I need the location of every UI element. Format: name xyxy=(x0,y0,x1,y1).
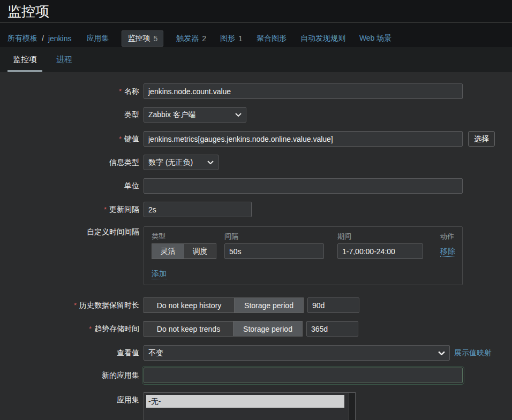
chevron-down-icon xyxy=(207,161,214,164)
name-input[interactable] xyxy=(144,83,463,99)
history-storage-period-button[interactable]: Storage period xyxy=(234,297,304,313)
custom-intervals-header-type: 类型 xyxy=(152,232,165,241)
applications-listbox[interactable]: -无- xyxy=(144,392,356,420)
tab-item[interactable]: 监控项 xyxy=(7,47,42,72)
page-title: 监控项 xyxy=(7,2,49,21)
info-type-select-value: 数字 (无正负) xyxy=(148,158,193,167)
type-select[interactable]: Zabbix 客户端 xyxy=(144,107,246,123)
chevron-down-icon xyxy=(438,351,445,355)
nav-triggers-count: 2 xyxy=(202,34,206,43)
nav-graphs[interactable]: 图形 1 xyxy=(220,34,243,43)
nav-graphs-label: 图形 xyxy=(220,34,235,43)
new-application-input[interactable] xyxy=(144,368,463,383)
custom-intervals-label: 自定义时间间隔 xyxy=(0,227,139,236)
custom-period-input[interactable] xyxy=(337,243,423,259)
custom-interval-input[interactable] xyxy=(224,243,324,259)
breadcrumb-nav-row: 所有模板 / jenkins 应用集 监控项 5 触发器 2 图形 1 聚合图形… xyxy=(7,29,391,47)
show-value-select-value: 不变 xyxy=(148,348,163,358)
show-value-select[interactable]: 不变 xyxy=(144,345,450,361)
custom-intervals-header-interval: 间隔 xyxy=(224,232,238,241)
nav-items-label: 监控项 xyxy=(127,34,150,43)
history-label: *历史数据保留时长 xyxy=(0,297,139,313)
required-asterisk: * xyxy=(119,87,122,95)
update-interval-label: *更新间隔 xyxy=(0,202,139,217)
breadcrumb: 所有模板 / jenkins xyxy=(7,34,71,43)
update-interval-input[interactable] xyxy=(144,202,252,217)
interval-type-toggle: 灵活 调度 xyxy=(152,243,216,259)
zabbix-item-config-page: 监控项 所有模板 / jenkins 应用集 监控项 5 触发器 2 图形 1 … xyxy=(0,0,512,420)
tab-preprocessing[interactable]: 进程 xyxy=(51,47,78,72)
history-off-button[interactable]: Do not keep history xyxy=(144,297,235,313)
trends-toggle: Do not keep trends Storage period xyxy=(144,321,303,337)
required-asterisk: * xyxy=(89,325,92,333)
new-application-label: 新的应用集 xyxy=(0,368,139,383)
history-period-input[interactable] xyxy=(307,297,359,313)
custom-intervals-header-action: 动作 xyxy=(440,232,454,241)
history-toggle: Do not keep history Storage period xyxy=(144,297,304,313)
nav-items-selected[interactable]: 监控项 5 xyxy=(122,30,163,47)
info-type-label: 信息类型 xyxy=(0,155,139,170)
interval-type-scheduling-button[interactable]: 调度 xyxy=(184,243,216,259)
remove-interval-link[interactable]: 移除 xyxy=(440,247,455,257)
info-type-select[interactable]: 数字 (无正负) xyxy=(144,155,219,170)
breadcrumb-template-jenkins[interactable]: jenkins xyxy=(48,34,72,43)
breadcrumb-separator: / xyxy=(42,34,44,43)
key-input[interactable] xyxy=(144,131,463,147)
nav-triggers-label: 触发器 xyxy=(176,34,199,43)
key-label: *键值 xyxy=(0,131,139,147)
trends-period-input[interactable] xyxy=(306,321,358,337)
name-label: *名称 xyxy=(0,83,139,99)
trends-storage-period-button[interactable]: Storage period xyxy=(233,321,303,337)
trends-off-button[interactable]: Do not keep trends xyxy=(144,321,234,337)
item-form: *名称 类型 Zabbix 客户端 *键值 选择 信息类型 数字 (无正负) 单… xyxy=(0,72,512,420)
title-divider xyxy=(0,22,512,23)
template-section-nav: 应用集 监控项 5 触发器 2 图形 1 聚合图形 自动发现规则 Web 场景 xyxy=(86,34,391,43)
show-value-mappings-link[interactable]: 展示值映射 xyxy=(454,345,492,361)
chevron-down-icon xyxy=(235,113,242,117)
type-select-value: Zabbix 客户端 xyxy=(148,110,195,120)
nav-applications[interactable]: 应用集 xyxy=(86,34,109,43)
applications-label: 应用集 xyxy=(0,392,139,408)
trends-label: *趋势存储时间 xyxy=(0,321,139,337)
units-label: 单位 xyxy=(0,178,139,194)
units-input[interactable] xyxy=(144,178,463,194)
nav-screens[interactable]: 聚合图形 xyxy=(257,34,287,43)
breadcrumb-all-templates[interactable]: 所有模板 xyxy=(7,34,37,43)
nav-discovery-rules[interactable]: 自动发现规则 xyxy=(300,34,345,43)
form-tabbar: 监控项 进程 xyxy=(0,47,512,72)
nav-web-scenarios[interactable]: Web 场景 xyxy=(359,34,391,43)
custom-intervals-fieldset: 类型 间隔 期间 动作 灵活 调度 移除 添加 xyxy=(144,226,463,285)
required-asterisk: * xyxy=(104,205,107,213)
listbox-scrollbar[interactable] xyxy=(348,393,355,420)
custom-intervals-header-period: 期间 xyxy=(337,232,351,241)
nav-graphs-count: 1 xyxy=(238,34,243,43)
key-select-button[interactable]: 选择 xyxy=(468,131,495,147)
required-asterisk: * xyxy=(119,135,122,143)
nav-items-count: 5 xyxy=(153,34,157,43)
required-asterisk: * xyxy=(74,301,77,309)
nav-triggers[interactable]: 触发器 2 xyxy=(176,34,206,43)
interval-type-flexible-button[interactable]: 灵活 xyxy=(152,243,184,259)
show-value-label: 查看值 xyxy=(0,345,139,361)
type-label: 类型 xyxy=(0,107,139,123)
applications-option-none[interactable]: -无- xyxy=(146,395,344,408)
add-interval-link[interactable]: 添加 xyxy=(152,269,167,279)
